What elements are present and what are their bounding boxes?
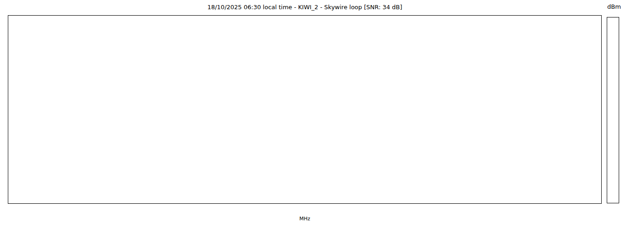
chart-title: 18/10/2025 06:30 local time - KIWI_2 - S… [8, 4, 602, 11]
colorbar-canvas [607, 17, 619, 203]
spectrogram-canvas [8, 15, 602, 204]
colorbar-label: dBm [600, 3, 628, 10]
waterfall-figure: 18/10/2025 06:30 local time - KIWI_2 - S… [0, 0, 644, 230]
x-axis-label: MHz [8, 216, 602, 222]
